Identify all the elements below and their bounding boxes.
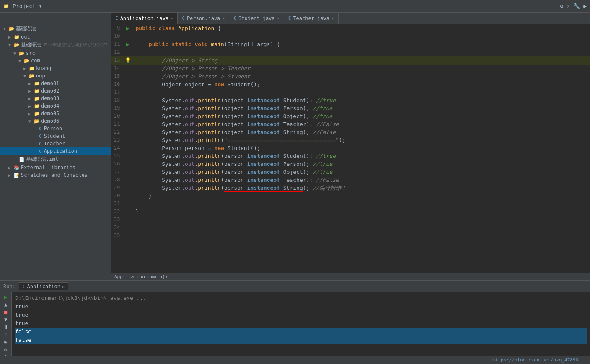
run-tab-application[interactable]: C Application ✕	[19, 282, 68, 290]
code-line	[132, 200, 590, 208]
code-line	[132, 48, 590, 56]
line-number: 30	[111, 192, 124, 200]
tab-label-person: Person.java	[187, 15, 220, 21]
code-line: //Object > Person > Teacher	[132, 65, 590, 72]
tab-application-java[interactable]: C Application.java ✕	[111, 13, 178, 24]
run-settings-button[interactable]: ⚙	[2, 347, 10, 353]
code-line	[132, 216, 590, 224]
sidebar-item-demo06[interactable]: ▼ 📂 demo06	[0, 117, 111, 125]
sidebar-jichufa-path: F:\班级管理\网课班\代码\V3	[44, 42, 108, 48]
gutter-empty	[124, 192, 132, 200]
sidebar-item-com[interactable]: ▼ 📂 com	[0, 57, 111, 65]
sidebar-item-jichufa[interactable]: ▼ 📂 基础语法 F:\班级管理\网课班\代码\V3	[0, 41, 111, 49]
sidebar-demo01-label: demo01	[41, 80, 59, 86]
code-line: System.out.println(object instanceof Per…	[132, 104, 590, 112]
sidebar-item-demo05[interactable]: ▶ 📁 demo05	[0, 110, 111, 117]
line-number: 9	[111, 24, 124, 32]
line-number: 15	[111, 72, 124, 80]
demo04-folder-icon: 📁	[34, 103, 40, 109]
line-number: 14	[111, 65, 124, 72]
sidebar-item-student[interactable]: C Student	[0, 132, 111, 140]
run-pause-button[interactable]: ⏸	[2, 324, 10, 330]
run-down-button[interactable]: ▼	[2, 317, 10, 323]
sidebar-demo04-label: demo04	[41, 103, 59, 109]
sidebar-item-demo04[interactable]: ▶ 📁 demo04	[0, 102, 111, 110]
sidebar-item-out[interactable]: ▶ 📁 out	[0, 33, 111, 41]
sidebar-item-person[interactable]: C Person	[0, 125, 111, 132]
table-row: 24 Person person = new Student();	[111, 144, 590, 152]
table-row: 31	[111, 200, 590, 208]
code-content[interactable]: 9 ▶ public class Application { 10 11 ▶ p…	[111, 24, 590, 273]
toolbar-icon-2[interactable]: ⚡	[567, 3, 570, 9]
class-icon-application: C	[115, 15, 118, 21]
run-list-button[interactable]: ≡	[2, 332, 10, 338]
run-tab-close[interactable]: ✕	[62, 284, 65, 289]
src-folder-icon: 📂	[19, 51, 25, 56]
run-stop-button[interactable]: ■	[2, 309, 10, 315]
gutter-empty	[124, 200, 132, 208]
line-number: 23	[111, 136, 124, 144]
sidebar-item-demo01[interactable]: ▶ 📁 demo01	[0, 80, 111, 87]
gutter-empty	[124, 72, 132, 80]
sidebar-student-label: Student	[44, 133, 65, 139]
line-number: 16	[111, 80, 124, 88]
sidebar-item-src[interactable]: ▼ 📂 src	[0, 49, 111, 57]
sidebar-item-scratches[interactable]: ▶ 📝 Scratches and Consoles	[0, 171, 111, 179]
table-row: 33	[111, 216, 590, 224]
sidebar-item-oop[interactable]: ▼ 📂 oop	[0, 72, 111, 80]
code-line: System.out.println(person instanceof Obj…	[132, 168, 590, 176]
sidebar-item-demo02[interactable]: ▶ 📁 demo02	[0, 87, 111, 95]
breadcrumb-main[interactable]: main()	[151, 274, 168, 279]
demo06-folder-icon: 📂	[34, 119, 40, 124]
bottom-panel: Run: C Application ✕ ▶ ▲ ■ ▼ ⏸ ≡ ⊞ ⚙ 🗑 D…	[0, 280, 590, 356]
kuang-folder-icon: 📁	[29, 66, 35, 71]
line-number: 12	[111, 48, 124, 56]
line-number: 18	[111, 96, 124, 104]
run-filter-button[interactable]: ⊞	[2, 339, 10, 345]
sidebar-item-application[interactable]: C Application	[0, 147, 111, 155]
run-tab-icon: C	[23, 284, 26, 289]
tab-student-java[interactable]: C Student.java ✕	[229, 13, 284, 24]
run-sidebar: ▶ ▲ ■ ▼ ⏸ ≡ ⊞ ⚙ 🗑	[0, 292, 12, 356]
sidebar-item-external-libraries[interactable]: ▶ 📚 External Libraries	[0, 164, 111, 171]
run-play-button[interactable]: ▶	[2, 294, 10, 300]
run-gutter-11[interactable]: ▶	[124, 40, 132, 48]
sidebar-item-root[interactable]: ▼ 📂 基础语法	[0, 24, 111, 33]
table-row: 16 Object object = new Student();	[111, 80, 590, 88]
run-up-button[interactable]: ▲	[2, 302, 10, 307]
demo03-folder-icon: 📁	[34, 96, 40, 101]
out-folder-icon: 📁	[14, 34, 20, 40]
table-row: 26 System.out.println(person instanceof …	[111, 160, 590, 168]
run-gutter[interactable]: ▶	[124, 24, 132, 32]
line-number: 25	[111, 152, 124, 160]
run-output[interactable]: D:\Environment\jdk8\jdk\bin\java.exe ...…	[12, 292, 590, 356]
class-icon-person: C	[182, 15, 185, 21]
breadcrumb-application[interactable]: Application	[114, 274, 145, 279]
hint-gutter[interactable]: 💡	[124, 56, 132, 65]
student-class-icon: C	[39, 134, 42, 139]
sidebar-item-kuang[interactable]: ▶ 📁 kuang	[0, 65, 111, 72]
sidebar-item-demo03[interactable]: ▶ 📁 demo03	[0, 95, 111, 102]
gutter-empty	[124, 96, 132, 104]
jichufa-folder-icon: 📂	[14, 42, 20, 48]
code-line	[132, 88, 590, 96]
sidebar-teacher-label: Teacher	[44, 141, 65, 147]
toolbar-icon-1[interactable]: ⚙	[560, 3, 564, 9]
tab-close-student[interactable]: ✕	[277, 16, 279, 21]
tab-close-teacher[interactable]: ✕	[331, 16, 334, 21]
line-number: 11	[111, 40, 124, 48]
tab-person-java[interactable]: C Person.java ✕	[178, 13, 229, 24]
status-url[interactable]: https://blog.csdn.net/hzq_4789O...	[492, 357, 587, 363]
jichufa-arrow: ▼	[8, 43, 13, 47]
toolbar-icon-4[interactable]: ▶	[583, 3, 587, 9]
gutter-empty	[124, 128, 132, 136]
toolbar-icon-3[interactable]: 🔧	[573, 3, 580, 9]
project-dropdown-arrow[interactable]: ▾	[39, 3, 42, 9]
tab-close-application[interactable]: ✕	[171, 16, 173, 21]
sidebar-item-teacher[interactable]: C Teacher	[0, 140, 111, 147]
project-label[interactable]: Project	[13, 3, 36, 9]
tab-close-person[interactable]: ✕	[222, 16, 225, 21]
gutter-empty	[124, 184, 132, 192]
tab-teacher-java[interactable]: C Teacher.java ✕	[284, 13, 339, 24]
sidebar-item-iml[interactable]: 📄 基础语法.iml	[0, 155, 111, 164]
